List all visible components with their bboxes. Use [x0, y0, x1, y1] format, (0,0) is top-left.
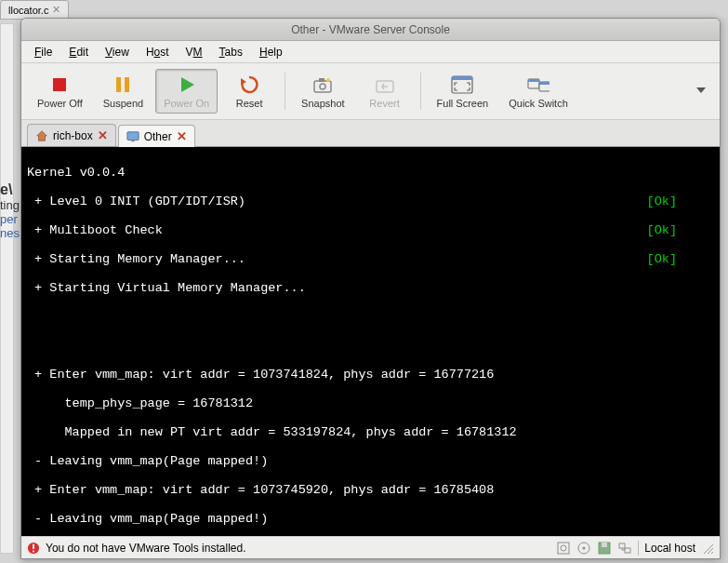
svg-rect-23 [558, 543, 569, 554]
svg-rect-13 [528, 79, 539, 82]
suspend-button[interactable]: Suspend [95, 69, 152, 114]
svg-point-24 [561, 545, 566, 551]
snapshot-button[interactable]: Snapshot [293, 69, 352, 114]
svg-rect-29 [619, 543, 625, 548]
stop-icon [48, 74, 71, 96]
tab-other[interactable]: Other ✕ [118, 125, 195, 147]
menu-help[interactable]: Help [252, 43, 290, 61]
quick-switch-icon [527, 74, 549, 96]
tab-rich-box[interactable]: rich-box ✕ [27, 124, 116, 146]
revert-icon [374, 74, 396, 96]
bg-text-fragment: e\ ting per nes [0, 181, 20, 240]
play-icon [176, 74, 198, 96]
svg-rect-22 [33, 550, 34, 552]
menu-file[interactable]: File [27, 43, 60, 61]
reset-icon [238, 74, 260, 96]
statusbar: You do not have VMware Tools installed. … [21, 536, 720, 558]
close-icon[interactable]: ✕ [52, 4, 60, 16]
reset-button[interactable]: Reset [221, 69, 277, 114]
window-title: Other - VMware Server Console [291, 23, 450, 36]
svg-line-33 [711, 552, 713, 554]
svg-rect-19 [131, 140, 135, 141]
tab-label: rich-box [53, 129, 93, 142]
close-icon[interactable]: ✕ [177, 129, 187, 143]
menu-view[interactable]: View [98, 43, 137, 61]
vmware-console-window: Other - VMware Server Console File Edit … [20, 18, 721, 559]
pause-icon [112, 74, 134, 96]
bg-file-tab-label: llocator.c [8, 5, 48, 16]
vm-console[interactable]: Kernel v0.0.4 + Level 0 INIT (GDT/IDT/IS… [21, 147, 720, 536]
toolbar-separator [285, 73, 285, 110]
bg-file-tab: llocator.c ✕ [0, 0, 69, 20]
svg-rect-21 [33, 543, 34, 548]
svg-rect-30 [625, 548, 630, 553]
svg-marker-3 [181, 77, 194, 92]
svg-rect-15 [539, 82, 549, 85]
svg-marker-16 [696, 87, 706, 93]
vm-tabstrip: rich-box ✕ Other ✕ [21, 120, 720, 147]
toolbar: Power Off Suspend Power On Reset Snapsho… [21, 63, 720, 120]
close-icon[interactable]: ✕ [98, 128, 108, 142]
svg-marker-17 [37, 130, 47, 141]
cd-icon[interactable] [576, 541, 591, 556]
svg-rect-0 [53, 78, 66, 91]
svg-point-8 [326, 78, 330, 82]
svg-marker-4 [241, 78, 246, 85]
power-off-button[interactable]: Power Off [29, 69, 91, 114]
menu-edit[interactable]: Edit [61, 43, 96, 61]
menu-vm[interactable]: VM [179, 43, 210, 61]
disk-icon[interactable] [556, 541, 571, 556]
menu-tabs[interactable]: Tabs [212, 43, 250, 61]
svg-rect-11 [452, 76, 472, 80]
toolbar-overflow-button[interactable] [690, 79, 712, 104]
menubar: File Edit View Host VM Tabs Help [21, 41, 720, 63]
svg-rect-18 [127, 131, 139, 140]
warning-icon [27, 542, 40, 555]
svg-point-6 [320, 84, 325, 89]
full-screen-button[interactable]: Full Screen [429, 69, 497, 114]
svg-rect-5 [314, 81, 331, 92]
bg-gutter [0, 23, 14, 554]
svg-point-26 [583, 546, 586, 549]
separator [638, 541, 639, 556]
svg-rect-7 [319, 78, 324, 82]
svg-rect-28 [602, 543, 607, 547]
toolbar-separator [420, 73, 421, 110]
quick-switch-button[interactable]: Quick Switch [500, 69, 576, 114]
host-label: Local host [644, 542, 695, 555]
resize-grip[interactable] [701, 542, 714, 555]
chevron-down-icon [695, 85, 707, 96]
window-titlebar[interactable]: Other - VMware Server Console [21, 19, 720, 41]
camera-icon [311, 74, 334, 96]
home-icon [35, 129, 48, 142]
tab-label: Other [144, 130, 172, 143]
menu-host[interactable]: Host [139, 43, 177, 61]
monitor-icon [126, 130, 139, 143]
status-message: You do not have VMware Tools installed. [46, 542, 245, 555]
svg-rect-1 [116, 77, 121, 92]
power-on-button[interactable]: Power On [155, 69, 218, 114]
svg-rect-2 [125, 77, 129, 92]
floppy-icon[interactable] [597, 541, 612, 556]
fullscreen-icon [451, 74, 473, 96]
revert-button[interactable]: Revert [357, 69, 413, 114]
network-icon[interactable] [617, 541, 632, 556]
